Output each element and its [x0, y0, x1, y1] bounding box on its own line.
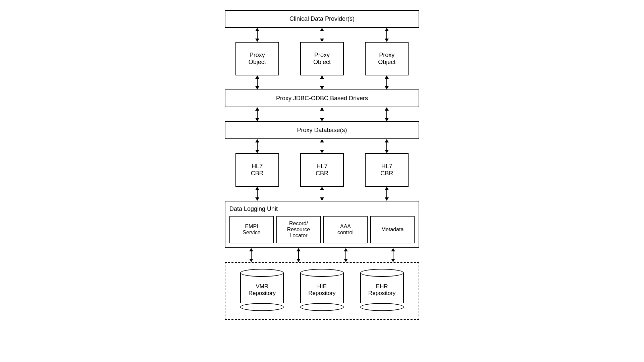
arrow-9 [385, 107, 389, 121]
vmr-cyl-body: VMRRepository [240, 273, 284, 303]
vmr-cyl-bottom [240, 303, 284, 311]
hie-cyl-body: HIERepository [300, 273, 344, 303]
arrow-17-wrap [276, 248, 321, 262]
arrow-16 [249, 248, 253, 262]
arrow-4 [255, 75, 259, 89]
hie-cyl-top [300, 269, 344, 277]
arrow-2 [320, 28, 324, 42]
repositories-container: VMRRepository HIERepository EHRRepositor… [225, 262, 419, 320]
ehr-cyl-body: EHRRepository [360, 273, 404, 303]
hl7-cbr-row: HL7CBR HL7CBR HL7CBR [225, 153, 419, 187]
proxy-objects-row: ProxyObject ProxyObject ProxyObject [225, 42, 419, 75]
arrow-19 [391, 248, 395, 262]
arrow-10 [255, 139, 259, 153]
arrow-17 [297, 248, 301, 262]
proxy-object-1: ProxyObject [235, 42, 279, 75]
record-resource-locator: Record/ ResourceLocator [276, 216, 321, 243]
arrow-19-wrap [371, 248, 415, 262]
dlu-inner: EMPIService Record/ ResourceLocator AAAc… [229, 216, 415, 243]
arrows-db-to-hl7 [225, 139, 419, 153]
hie-cyl-bottom [300, 303, 344, 311]
vmr-cyl-top [240, 269, 284, 277]
arrow-12 [385, 139, 389, 153]
data-logging-unit: Data Logging Unit EMPIService Record/ Re… [225, 201, 419, 248]
proxy-jdbc: Proxy JDBC-ODBC Based Drivers [225, 89, 419, 107]
ehr-repository: EHRRepository [360, 269, 404, 311]
proxy-object-3: ProxyObject [365, 42, 409, 75]
arrows-jdbc-to-db [225, 107, 419, 121]
proxy-object-2: ProxyObject [300, 42, 344, 75]
arrow-11 [320, 139, 324, 153]
arrows-proxy-to-jdbc [225, 75, 419, 89]
arrow-15 [385, 187, 389, 201]
arrow-14 [320, 187, 324, 201]
arrow-16-wrap [229, 248, 273, 262]
hl7-cbr-2: HL7CBR [300, 153, 344, 187]
vmr-repository: VMRRepository [240, 269, 284, 311]
metadata: Metadata [370, 216, 415, 243]
proxy-database: Proxy Database(s) [225, 121, 419, 139]
architecture-diagram: Clinical Data Provider(s) ProxyObject Pr… [218, 7, 426, 320]
arrow-18 [344, 248, 348, 262]
arrow-1 [255, 28, 259, 42]
clinical-data-provider: Clinical Data Provider(s) [225, 10, 419, 28]
aaa-control: AAAcontrol [323, 216, 368, 243]
arrow-18-wrap [323, 248, 368, 262]
ehr-cyl-top [360, 269, 404, 277]
arrows-dlu-to-repos [225, 248, 419, 262]
arrow-13 [255, 187, 259, 201]
arrow-3 [385, 28, 389, 42]
arrow-5 [320, 75, 324, 89]
arrow-8 [320, 107, 324, 121]
empi-service: EMPIService [229, 216, 274, 243]
hl7-cbr-1: HL7CBR [235, 153, 279, 187]
hl7-cbr-3: HL7CBR [365, 153, 409, 187]
dlu-title: Data Logging Unit [229, 205, 415, 213]
arrow-6 [385, 75, 389, 89]
arrows-cdp-to-proxy [225, 28, 419, 42]
hie-repository: HIERepository [300, 269, 344, 311]
arrow-7 [255, 107, 259, 121]
ehr-cyl-bottom [360, 303, 404, 311]
arrows-hl7-to-dlu [225, 187, 419, 201]
